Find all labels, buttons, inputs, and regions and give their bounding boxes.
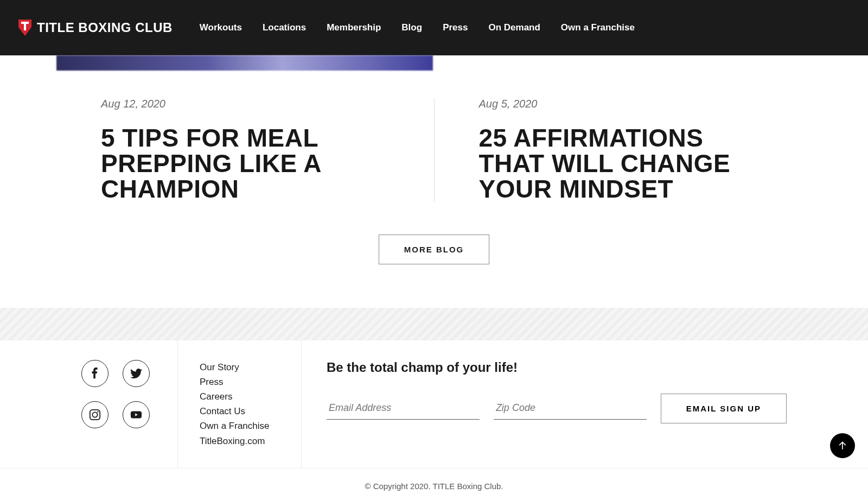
nav-franchise[interactable]: Own a Franchise bbox=[561, 22, 635, 33]
scroll-to-top-button[interactable] bbox=[830, 433, 855, 458]
brand-logo[interactable]: TITLE BOXING CLUB bbox=[18, 20, 173, 36]
blog-date: Aug 5, 2020 bbox=[479, 98, 768, 110]
svg-point-3 bbox=[92, 412, 97, 417]
footer-signup: Be the total champ of your life! EMAIL S… bbox=[302, 340, 868, 468]
footer-link-contact[interactable]: Contact Us bbox=[200, 404, 290, 419]
svg-point-4 bbox=[97, 411, 98, 412]
site-header: TITLE BOXING CLUB Workouts Locations Mem… bbox=[0, 0, 868, 55]
blog-hero-image bbox=[56, 55, 433, 71]
youtube-icon[interactable] bbox=[123, 401, 150, 428]
twitter-icon[interactable] bbox=[123, 360, 150, 387]
blog-card[interactable]: Aug 5, 2020 25 AFFIRMATIONS THAT WILL CH… bbox=[434, 98, 812, 202]
nav-blog[interactable]: Blog bbox=[401, 22, 422, 33]
footer-link-titleboxing[interactable]: TitleBoxing.com bbox=[200, 434, 290, 448]
nav-locations[interactable]: Locations bbox=[263, 22, 306, 33]
nav-on-demand[interactable]: On Demand bbox=[488, 22, 540, 33]
more-blog-wrap: MORE BLOG bbox=[0, 235, 868, 264]
facebook-icon[interactable] bbox=[81, 360, 108, 387]
blog-card[interactable]: Aug 12, 2020 5 TIPS FOR MEAL PREPPING LI… bbox=[56, 98, 434, 202]
blog-row: Aug 12, 2020 5 TIPS FOR MEAL PREPPING LI… bbox=[56, 98, 812, 202]
more-blog-button[interactable]: MORE BLOG bbox=[379, 235, 490, 264]
instagram-icon[interactable] bbox=[81, 401, 108, 428]
signup-heading: Be the total champ of your life! bbox=[327, 360, 787, 375]
blog-date: Aug 12, 2020 bbox=[101, 98, 390, 110]
footer-links: Our Story Press Careers Contact Us Own a… bbox=[178, 340, 302, 468]
footer-link-press[interactable]: Press bbox=[200, 375, 290, 389]
diagonal-divider bbox=[0, 308, 868, 340]
shield-t-icon bbox=[18, 20, 31, 36]
zip-field[interactable] bbox=[494, 397, 647, 420]
site-footer: Our Story Press Careers Contact Us Own a… bbox=[0, 340, 868, 468]
nav-membership[interactable]: Membership bbox=[327, 22, 381, 33]
svg-rect-1 bbox=[24, 22, 26, 30]
footer-social bbox=[0, 340, 178, 468]
footer-link-careers[interactable]: Careers bbox=[200, 389, 290, 404]
brand-name: TITLE BOXING CLUB bbox=[37, 20, 173, 35]
primary-nav: Workouts Locations Membership Blog Press… bbox=[200, 22, 635, 33]
blog-title: 5 TIPS FOR MEAL PREPPING LIKE A CHAMPION bbox=[101, 125, 390, 202]
email-field[interactable] bbox=[327, 397, 480, 420]
footer-link-our-story[interactable]: Our Story bbox=[200, 360, 290, 375]
arrow-up-icon bbox=[837, 440, 848, 451]
email-signup-button[interactable]: EMAIL SIGN UP bbox=[661, 394, 787, 423]
nav-workouts[interactable]: Workouts bbox=[200, 22, 242, 33]
nav-press[interactable]: Press bbox=[443, 22, 468, 33]
blog-title: 25 AFFIRMATIONS THAT WILL CHANGE YOUR MI… bbox=[479, 125, 768, 202]
footer-legal: © Copyright 2020. TITLE Boxing Club. All… bbox=[0, 468, 868, 494]
footer-link-franchise[interactable]: Own a Franchise bbox=[200, 419, 290, 433]
svg-rect-2 bbox=[90, 410, 100, 420]
copyright-text: © Copyright 2020. TITLE Boxing Club. bbox=[0, 480, 868, 493]
